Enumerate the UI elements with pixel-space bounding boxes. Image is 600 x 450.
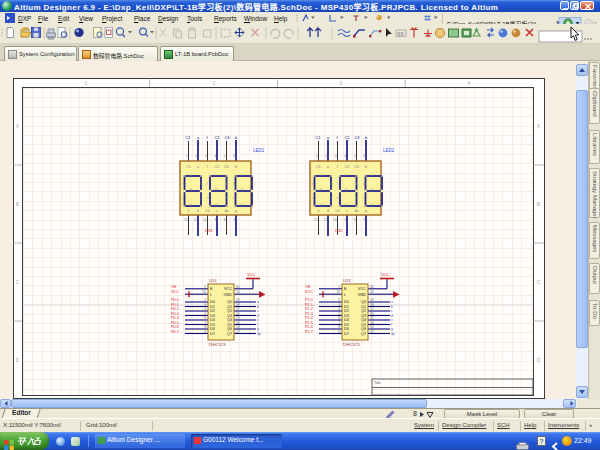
svg-text:D1: D1 [210, 305, 215, 309]
svg-text:11: 11 [203, 290, 207, 294]
svg-text:Q0: Q0 [361, 300, 366, 304]
svg-text:a: a [197, 165, 199, 169]
svg-text:Title: Title [374, 381, 381, 385]
svg-text:f: f [257, 323, 258, 327]
svg-text:a: a [215, 173, 217, 177]
svg-text:5: 5 [224, 154, 226, 158]
svg-text:VCC: VCC [381, 272, 390, 277]
svg-text:dp: dp [225, 209, 229, 213]
svg-text:Q4: Q4 [227, 318, 232, 322]
svg-text:A: A [16, 123, 20, 129]
svg-text:8: 8 [338, 325, 340, 329]
svg-text:f: f [312, 182, 313, 186]
svg-text:D0: D0 [344, 300, 349, 304]
svg-text:10: 10 [236, 290, 240, 294]
svg-text:Q2: Q2 [227, 309, 232, 313]
svg-text:8: 8 [204, 325, 206, 329]
svg-text:a: a [391, 300, 393, 304]
svg-text:5: 5 [204, 312, 206, 316]
svg-text:P0.2: P0.2 [171, 307, 179, 311]
svg-text:12: 12 [236, 330, 240, 334]
svg-text:C1: C1 [186, 165, 190, 169]
svg-text:d: d [371, 203, 373, 207]
svg-text:4: 4 [344, 154, 346, 158]
svg-text:g: g [241, 187, 243, 191]
svg-text:f: f [207, 165, 208, 169]
svg-text:P0.3: P0.3 [171, 312, 179, 316]
svg-text:2: 2 [204, 298, 206, 302]
svg-text:e: e [337, 196, 339, 200]
svg-text:4: 4 [468, 80, 471, 86]
svg-text:Q0: Q0 [227, 300, 232, 304]
svg-text:18: 18 [236, 303, 240, 307]
svg-text:Q2: Q2 [361, 309, 366, 313]
svg-text:6: 6 [363, 154, 365, 158]
svg-text:VCC: VCC [171, 290, 179, 294]
svg-text:C3: C3 [354, 135, 360, 140]
svg-text:Q6: Q6 [227, 327, 232, 331]
svg-text:b: b [391, 305, 393, 309]
svg-text:12: 12 [184, 218, 188, 222]
svg-text:f: f [207, 182, 208, 186]
svg-text:a: a [327, 165, 329, 169]
svg-text:c: c [252, 196, 254, 200]
svg-text:e: e [312, 196, 314, 200]
svg-text:9: 9 [338, 330, 340, 334]
svg-text:g: g [190, 187, 192, 191]
svg-text:B: B [537, 201, 541, 207]
svg-text:d: d [391, 314, 393, 318]
svg-text:L: L [344, 293, 346, 297]
svg-text:1: 1 [316, 154, 318, 158]
svg-text:74HC573: 74HC573 [208, 342, 226, 347]
svg-text:b: b [201, 182, 203, 186]
svg-text:d: d [345, 203, 347, 207]
svg-text:12: 12 [370, 330, 374, 334]
svg-text:C3: C3 [354, 165, 358, 169]
svg-text:1: 1 [338, 285, 340, 289]
svg-text:a: a [241, 173, 243, 177]
svg-text:3: 3 [338, 303, 340, 307]
svg-text:D6: D6 [344, 327, 349, 331]
svg-text:b: b [365, 135, 368, 140]
svg-text:b: b [252, 182, 254, 186]
svg-text:11: 11 [324, 218, 328, 222]
svg-text:e: e [207, 196, 209, 200]
svg-text:13: 13 [236, 325, 240, 329]
svg-text:17: 17 [370, 307, 374, 311]
svg-text:P2.1: P2.1 [305, 303, 313, 307]
svg-text:17: 17 [236, 307, 240, 311]
svg-text:f: f [233, 182, 234, 186]
svg-text:3: 3 [204, 303, 206, 307]
svg-text:C2: C2 [214, 135, 220, 140]
svg-text:D5: D5 [344, 323, 349, 327]
svg-text:g: g [391, 327, 393, 331]
svg-text:g: g [235, 209, 237, 213]
svg-text:d: d [215, 203, 217, 207]
svg-text:74HC573: 74HC573 [342, 342, 360, 347]
svg-text:13: 13 [370, 325, 374, 329]
svg-text:b: b [235, 165, 237, 169]
svg-text:b: b [382, 182, 384, 186]
svg-text:P0.7: P0.7 [171, 330, 179, 334]
svg-text:VCC: VCC [224, 287, 232, 291]
svg-text:b: b [226, 182, 228, 186]
svg-text:16: 16 [236, 312, 240, 316]
svg-text:Q1: Q1 [227, 305, 232, 309]
svg-text:f: f [391, 323, 392, 327]
svg-text:6: 6 [204, 316, 206, 320]
svg-text:6: 6 [233, 154, 235, 158]
svg-text:c: c [257, 309, 259, 313]
svg-text:a: a [197, 135, 200, 140]
svg-text:a: a [327, 135, 330, 140]
svg-text:19: 19 [370, 298, 374, 302]
svg-text:3: 3 [335, 154, 337, 158]
svg-text:d: d [257, 314, 259, 318]
svg-text:VCC: VCC [358, 287, 366, 291]
svg-text:2: 2 [213, 80, 216, 86]
svg-text:g: g [371, 187, 373, 191]
svg-text:OE: OE [305, 285, 311, 289]
svg-text:C4: C4 [335, 209, 339, 213]
svg-text:10: 10 [333, 218, 337, 222]
svg-text:C2: C2 [345, 165, 349, 169]
svg-text:D: D [537, 357, 541, 363]
